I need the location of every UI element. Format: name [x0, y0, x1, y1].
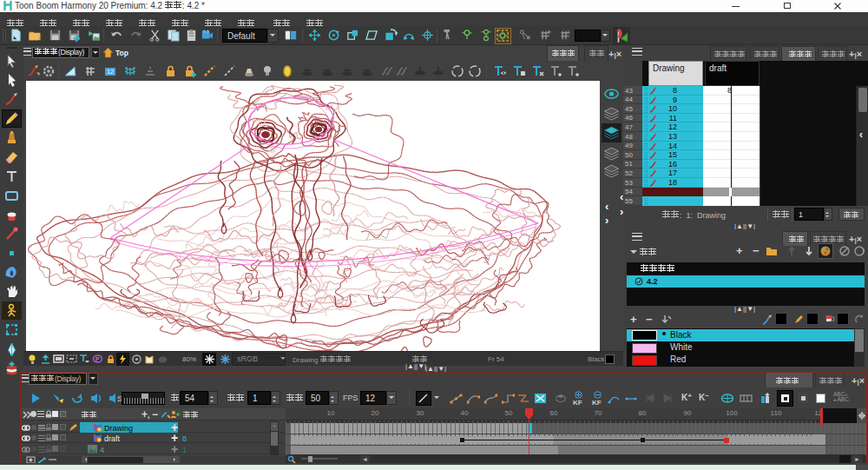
svg-text:P: P: [95, 356, 100, 362]
svg-text:A: A: [567, 30, 570, 35]
svg-text:12: 12: [107, 69, 114, 75]
